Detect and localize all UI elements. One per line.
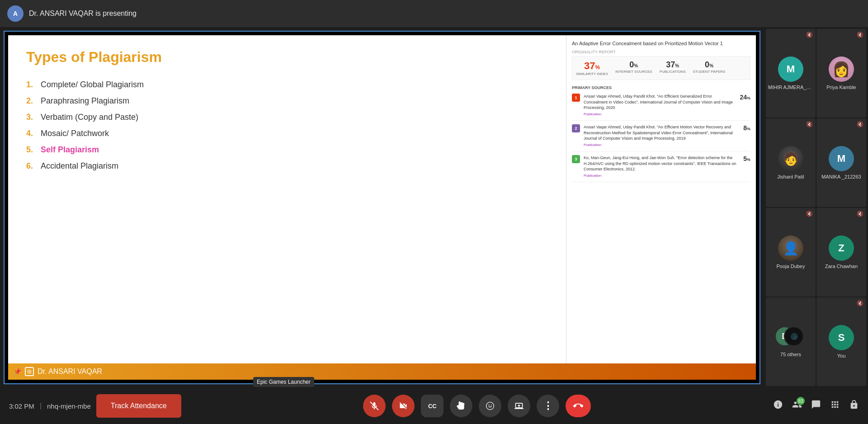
- slide-item-5: 5. Self Plagiarism: [26, 141, 548, 158]
- participant-jishant: 🔇 🧑 Jishant Patil: [766, 118, 816, 207]
- others-avatar-photo: 🌑: [784, 326, 804, 346]
- avatar-manika: M: [829, 146, 854, 171]
- share-screen-button[interactable]: [508, 395, 530, 417]
- mic-muted-icon: 🔇: [857, 300, 863, 306]
- controls-center: CC ⋮: [187, 395, 768, 417]
- name-you: You: [837, 353, 846, 358]
- mic-muted-icon: 🔇: [806, 32, 813, 38]
- name-zara: Zara Chawhan: [825, 264, 858, 269]
- participant-others[interactable]: D 🌑 75 others: [766, 297, 816, 386]
- report-subtitle: ORIGINALITY REPORT: [572, 50, 750, 54]
- report-scores: 37% SIMILARITY INDEX 0% INTERNET SOURCES…: [572, 56, 750, 80]
- track-attendance-button[interactable]: Track Attendance: [96, 394, 181, 418]
- pin-icon: 📌: [14, 368, 21, 375]
- end-call-button[interactable]: [566, 395, 591, 417]
- lock-button[interactable]: [849, 400, 859, 412]
- svg-point-3: [491, 405, 492, 405]
- info-button[interactable]: [773, 400, 783, 412]
- separator: |: [40, 402, 42, 410]
- name-priya: Priya Kamble: [826, 85, 856, 90]
- name-manika: MANIKA _212263: [821, 174, 861, 179]
- avatar-jishant: 🧑: [778, 146, 803, 171]
- score-internet: 0% INTERNET SOURCES: [615, 60, 652, 76]
- slide-list: 1. Complete/ Global Plagiarism 2. Paraph…: [26, 76, 548, 174]
- presenter-status: Dr. ANSARI VAQAR is presenting: [29, 9, 137, 18]
- slide-title: Types of Plagiarism: [26, 49, 548, 66]
- slide-left: Types of Plagiarism 1. Complete/ Global …: [8, 35, 566, 363]
- presenter-avatar: A: [7, 5, 24, 22]
- primary-sources-label: PRIMARY SOURCES: [572, 85, 750, 90]
- name-others: 75 others: [780, 352, 801, 357]
- svg-point-2: [489, 405, 490, 405]
- main-area: Types of Plagiarism 1. Complete/ Global …: [0, 27, 868, 388]
- mic-muted-icon: 🔇: [857, 121, 863, 127]
- slide-item-1: 1. Complete/ Global Plagiarism: [26, 76, 548, 93]
- mic-muted-icon: 🔇: [857, 211, 863, 217]
- captions-button[interactable]: CC: [421, 395, 443, 417]
- name-jishant: Jishant Patil: [777, 174, 804, 179]
- controls-right: 83: [773, 400, 859, 412]
- more-options-button[interactable]: ⋮: [537, 395, 559, 417]
- svg-point-1: [486, 402, 494, 410]
- others-avatars: D 🌑: [775, 326, 807, 349]
- slide-item-2: 2. Paraphrasing Plagiarism: [26, 93, 548, 109]
- name-mihir: MIHIR AJMERA_202002: [768, 85, 813, 90]
- slide-item-6: 6. Accidental Plagiarism: [26, 158, 548, 174]
- participants-panel: 🔇 M MIHIR AJMERA_202002 🔇 👩 Priya Kamble…: [764, 27, 868, 388]
- time-display: 3:02 PM: [9, 402, 34, 410]
- mute-button[interactable]: [363, 395, 386, 417]
- react-button[interactable]: [479, 395, 501, 417]
- avatar-priya: 👩: [829, 57, 854, 82]
- participant-manika: 🔇 M MANIKA _212263: [816, 118, 866, 207]
- participant-pooja: 🔇 👤 Pooja Dubey: [766, 208, 816, 297]
- meeting-id: nhq-mjen-mbe: [47, 402, 91, 410]
- slide-item-4: 4. Mosaic/ Patchwork: [26, 125, 548, 141]
- slide-bottom-bar: 📌 ⊞ Dr. ANSARI VAQAR: [8, 363, 756, 380]
- tooltip-label: Epic Games Launcher: [253, 377, 314, 387]
- presentation-area: Types of Plagiarism 1. Complete/ Global …: [4, 31, 760, 384]
- participants-button[interactable]: 83: [792, 400, 802, 412]
- participant-mihir: 🔇 M MIHIR AJMERA_202002: [766, 29, 816, 118]
- apps-button[interactable]: [830, 400, 840, 412]
- control-bar: 3:02 PM | nhq-mjen-mbe Track Attendance …: [0, 388, 868, 424]
- avatar-mihir: M: [778, 57, 803, 82]
- top-bar: A Dr. ANSARI VAQAR is presenting: [0, 0, 868, 27]
- slide-item-3: 3. Verbatim (Copy and Paste): [26, 109, 548, 125]
- avatar-you: S: [829, 325, 854, 350]
- name-pooja: Pooja Dubey: [777, 264, 805, 269]
- stop-video-button[interactable]: [392, 395, 415, 417]
- report-title: An Adaptive Error Concealment based on P…: [572, 41, 750, 46]
- avatar-zara: Z: [829, 236, 854, 261]
- slide-presenter-name: Dr. ANSARI VAQAR: [38, 367, 102, 376]
- score-student: 0% STUDENT PAPERS: [693, 60, 726, 76]
- mic-muted-icon: 🔇: [806, 121, 813, 127]
- participant-zara: 🔇 Z Zara Chawhan: [816, 208, 866, 297]
- mic-muted-icon: 🔇: [806, 211, 813, 217]
- turnitin-report: An Adaptive Error Concealment based on P…: [566, 35, 756, 363]
- source-2: 2 Ansari Vaqar Ahmed, Uday Pandit Khot. …: [572, 124, 750, 151]
- participants-badge: 83: [797, 397, 805, 405]
- chat-button[interactable]: [811, 400, 821, 412]
- source-1: 1 Ansari Vaqar Ahmed, Uday Pandit Khot. …: [572, 94, 750, 121]
- slide-container: Types of Plagiarism 1. Complete/ Global …: [5, 32, 760, 383]
- report-sources: 1 Ansari Vaqar Ahmed, Uday Pandit Khot. …: [572, 94, 750, 182]
- avatar-pooja: 👤: [778, 236, 803, 261]
- participant-you: 🔇 S You: [816, 297, 866, 386]
- source-3: 3 Ko, Man-Geun, Jang-Eui Hong, and Jae-W…: [572, 155, 750, 182]
- score-publications: 37% PUBLICATIONS: [660, 60, 686, 76]
- add-screen-icon: ⊞: [25, 367, 34, 376]
- score-similarity: 37% SIMILARITY INDEX: [576, 60, 608, 76]
- slide-content: Types of Plagiarism 1. Complete/ Global …: [8, 35, 756, 363]
- participant-priya: 🔇 👩 Priya Kamble: [816, 29, 866, 118]
- raise-hand-button[interactable]: [450, 395, 472, 417]
- mic-muted-icon: 🔇: [857, 32, 863, 38]
